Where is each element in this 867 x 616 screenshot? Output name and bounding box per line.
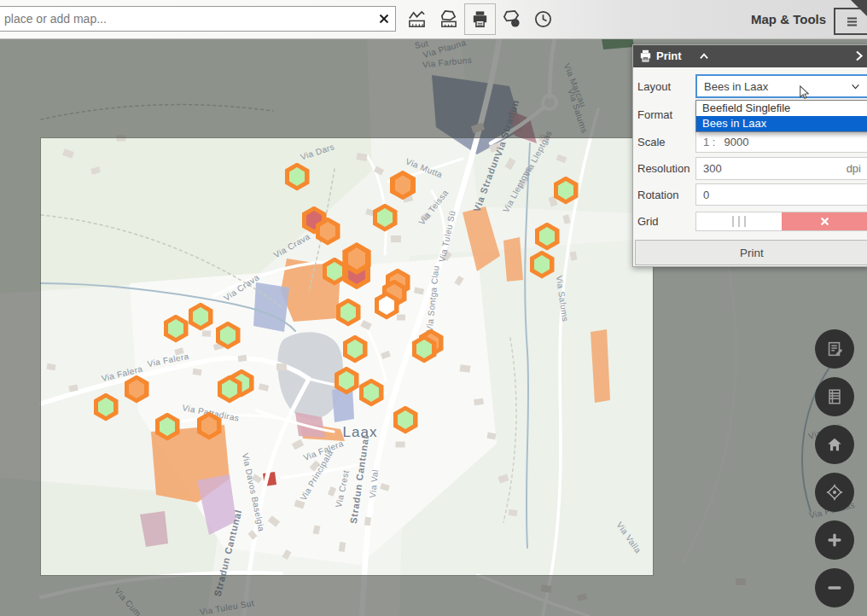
hexagon-fill [339, 371, 354, 390]
street-label: Via Stradun [471, 154, 501, 213]
street-label: Via Tuleu Sü [437, 210, 457, 263]
identify-tool-button[interactable]: i [496, 3, 527, 35]
hexagon-fill [348, 247, 366, 269]
layout-option[interactable]: Beefield Singlefile [696, 101, 867, 116]
scale-label: Scale [637, 136, 666, 148]
hexagon-fill [320, 222, 335, 241]
street-label: Via Davos Baselgia [241, 452, 266, 532]
print-panel: Print Layout Bees in Laax Beefield Singl… [632, 44, 867, 267]
hexagon-fill [377, 208, 393, 227]
zoom-out-button[interactable] [815, 568, 854, 607]
time-icon [533, 9, 553, 29]
close-panel-icon[interactable] [852, 49, 865, 62]
print-panel-title: Print [656, 49, 682, 62]
corner-fold-decoration [851, 0, 867, 16]
rotation-input[interactable]: 0 [695, 183, 867, 206]
street-label: Via Sontga Clau [424, 265, 440, 333]
street-label: Via Dars [300, 142, 336, 161]
chevron-down-icon [850, 81, 861, 92]
hexagon-fill [201, 416, 217, 435]
street-label: Via Salums [555, 275, 570, 322]
print-tool-button[interactable] [464, 3, 496, 35]
minus-icon [825, 578, 844, 597]
layout-dropdown-list: Beefield SinglefileBees in Laax [695, 100, 867, 132]
legend-button[interactable] [815, 377, 854, 416]
hexagon-fill [193, 307, 208, 326]
hexagon-fill [539, 227, 555, 246]
search-input[interactable] [0, 6, 396, 32]
resolution-label: Resolution [637, 162, 690, 175]
hexagon-fill [168, 319, 183, 338]
menu-label: Map & Tools [751, 12, 826, 26]
hexagon-fill [416, 340, 432, 358]
home-button[interactable] [815, 425, 854, 464]
street-label: Via Val [368, 469, 380, 499]
time-tool-button[interactable] [527, 3, 559, 35]
hexagon-fill [222, 380, 237, 398]
grid-toggle[interactable] [695, 212, 867, 231]
grid-off-icon [819, 216, 830, 227]
hexagon-fill [327, 262, 342, 281]
home-icon [825, 435, 844, 454]
collapse-panel-icon[interactable] [698, 50, 710, 62]
street-label: Via Valla [614, 520, 643, 555]
report-button[interactable] [815, 329, 854, 369]
layout-label: Layout [637, 80, 671, 93]
svg-text:i: i [515, 20, 516, 26]
grid-toggle-on-half[interactable] [696, 212, 782, 230]
street-label: Via Stradun [493, 98, 521, 158]
street-label: Stradun Cantunal [348, 434, 370, 524]
notes-icon [825, 340, 844, 358]
layout-option[interactable]: Bees in Laax [696, 116, 867, 131]
locate-icon [825, 483, 844, 502]
hexagon-fill [340, 303, 356, 322]
scale-prefix: 1 : [703, 136, 715, 148]
printer-icon [638, 49, 653, 63]
scale-input[interactable]: 1 : 9000 [695, 131, 867, 153]
search-clear-icon[interactable] [376, 11, 392, 26]
grid-label: Grid [637, 215, 659, 228]
hexagon-fill [98, 398, 113, 416]
app-window: SutVia PlaunaVia FarbunsVia MarcauVia Sa… [0, 0, 867, 616]
hexagon-fill [129, 380, 144, 398]
height-profile-icon [407, 9, 427, 29]
print-button[interactable]: Print [635, 240, 867, 265]
zoom-in-button[interactable] [815, 520, 854, 560]
street-label: Via Lleptgas [501, 165, 533, 214]
hexagon-fill [220, 326, 236, 345]
hexagon-fill [364, 383, 379, 402]
locate-button[interactable] [815, 473, 854, 512]
legend-icon [825, 387, 844, 406]
street-label: Stradun Cantunal [212, 508, 244, 597]
layout-select[interactable]: Bees in Laax [695, 74, 867, 98]
format-label: Format [637, 108, 672, 121]
plus-icon [825, 531, 844, 549]
street-label: Via Cum [113, 586, 143, 616]
hexagon-fill [289, 167, 305, 186]
resolution-unit: dpi [847, 162, 861, 175]
resolution-input[interactable]: 300 dpi [695, 157, 867, 180]
hexagon-fill [534, 255, 550, 274]
hexagon-fill [398, 410, 413, 429]
rotation-value: 0 [703, 189, 709, 201]
hexagon-fill [558, 181, 573, 200]
street-label: Via Tuleu Sut [199, 598, 254, 616]
grid-toggle-off-half[interactable] [782, 212, 867, 230]
top-toolbar: i Map & Tools [0, 0, 867, 39]
street-label: Via Crest [334, 469, 351, 508]
measure-icon [439, 9, 458, 29]
print-icon [470, 9, 490, 29]
street-label: Via Falera [147, 352, 190, 369]
resolution-value: 300 [703, 162, 722, 175]
measure-tool-button[interactable] [433, 3, 464, 35]
hexagon-fill [395, 175, 411, 195]
hexagon-fill [379, 296, 394, 315]
scale-value: 9000 [724, 136, 748, 148]
street-label: Via Crava [272, 231, 311, 259]
town-label: Laax [343, 424, 378, 441]
layout-select-value: Bees in Laax [704, 80, 768, 93]
hexagon-fill [347, 340, 363, 358]
print-panel-header[interactable]: Print [633, 45, 867, 67]
height-profile-tool-button[interactable] [401, 3, 433, 35]
identify-icon: i [502, 9, 521, 29]
